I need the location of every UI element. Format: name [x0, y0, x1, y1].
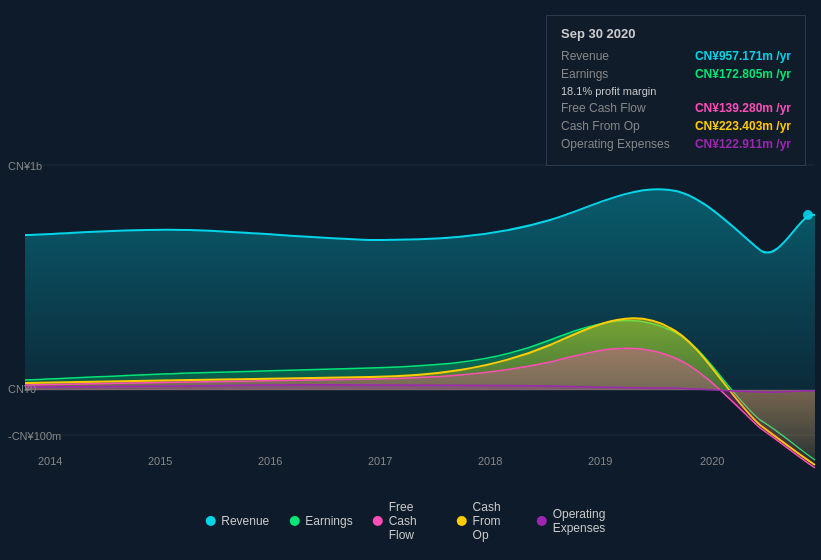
legend-label-cashfromop: Cash From Op: [473, 500, 517, 542]
svg-text:2019: 2019: [588, 455, 612, 467]
svg-text:CN¥1b: CN¥1b: [8, 160, 42, 172]
legend-item-cashfromop[interactable]: Cash From Op: [457, 500, 517, 542]
tooltip-row-revenue: Revenue CN¥957.171m /yr: [561, 49, 791, 63]
chart-container: CN¥1b CN¥0 -CN¥100m 2014 2015 2016 2017 …: [0, 0, 821, 560]
svg-text:CN¥0: CN¥0: [8, 383, 36, 395]
legend-label-revenue: Revenue: [221, 514, 269, 528]
tooltip-box: Sep 30 2020 Revenue CN¥957.171m /yr Earn…: [546, 15, 806, 166]
tooltip-label-fcf: Free Cash Flow: [561, 101, 695, 115]
tooltip-value-fcf: CN¥139.280m /yr: [695, 101, 791, 115]
legend-item-revenue[interactable]: Revenue: [205, 514, 269, 528]
tooltip-value-cashfromop: CN¥223.403m /yr: [695, 119, 791, 133]
tooltip-value-opex: CN¥122.911m /yr: [695, 137, 791, 151]
legend-dot-earnings: [289, 516, 299, 526]
tooltip-label-revenue: Revenue: [561, 49, 695, 63]
tooltip-label-earnings: Earnings: [561, 67, 695, 81]
tooltip-title: Sep 30 2020: [561, 26, 791, 41]
legend-dot-cashfromop: [457, 516, 467, 526]
svg-point-4: [803, 210, 813, 220]
tooltip-row-fcf: Free Cash Flow CN¥139.280m /yr: [561, 101, 791, 115]
svg-text:2016: 2016: [258, 455, 282, 467]
legend-label-fcf: Free Cash Flow: [389, 500, 437, 542]
legend-dot-opex: [537, 516, 547, 526]
tooltip-row-cashfromop: Cash From Op CN¥223.403m /yr: [561, 119, 791, 133]
tooltip-value-earnings: CN¥172.805m /yr: [695, 67, 791, 81]
tooltip-row-opex: Operating Expenses CN¥122.911m /yr: [561, 137, 791, 151]
legend-label-opex: Operating Expenses: [553, 507, 616, 535]
svg-text:2020: 2020: [700, 455, 724, 467]
svg-text:2017: 2017: [368, 455, 392, 467]
tooltip-label-opex: Operating Expenses: [561, 137, 695, 151]
tooltip-profit-margin: 18.1% profit margin: [561, 85, 791, 97]
svg-text:2014: 2014: [38, 455, 62, 467]
legend-item-earnings[interactable]: Earnings: [289, 514, 352, 528]
svg-text:-CN¥100m: -CN¥100m: [8, 430, 61, 442]
legend: Revenue Earnings Free Cash Flow Cash Fro…: [205, 500, 616, 542]
legend-item-fcf[interactable]: Free Cash Flow: [373, 500, 437, 542]
legend-dot-revenue: [205, 516, 215, 526]
svg-text:2018: 2018: [478, 455, 502, 467]
svg-text:2015: 2015: [148, 455, 172, 467]
tooltip-row-earnings: Earnings CN¥172.805m /yr: [561, 67, 791, 81]
legend-label-earnings: Earnings: [305, 514, 352, 528]
tooltip-label-cashfromop: Cash From Op: [561, 119, 695, 133]
tooltip-value-revenue: CN¥957.171m /yr: [695, 49, 791, 63]
legend-dot-fcf: [373, 516, 383, 526]
legend-item-opex[interactable]: Operating Expenses: [537, 507, 616, 535]
